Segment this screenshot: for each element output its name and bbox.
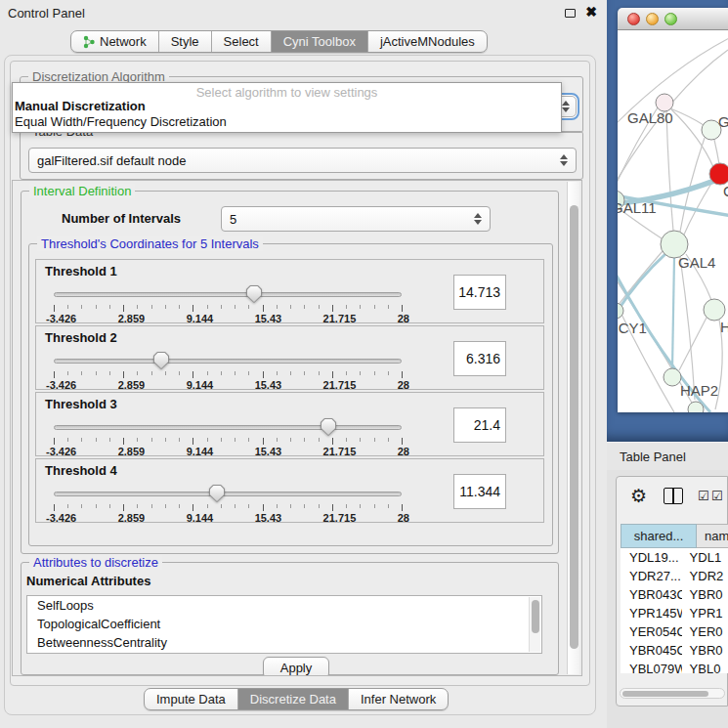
threshold-3-label: Threshold 3 xyxy=(45,397,117,411)
zoom-traffic-light-icon[interactable] xyxy=(664,13,677,25)
checkbox-icon[interactable]: ☑ xyxy=(711,489,723,503)
algorithm-hint: Select algorithm to view settings xyxy=(13,85,561,100)
tab-discretize-data[interactable]: Discretize Data xyxy=(238,689,349,709)
panel-title: Control Panel xyxy=(8,6,85,21)
node-label: C xyxy=(723,183,728,199)
table-data-combobox[interactable]: galFiltered.sif default node xyxy=(28,148,577,173)
tab-infer-network[interactable]: Infer Network xyxy=(349,689,448,709)
threshold-4-value-field[interactable]: 11.344 xyxy=(453,474,506,509)
checkbox-icon[interactable]: ☑ xyxy=(698,489,709,503)
node-label: H xyxy=(720,319,728,335)
node-red-selected[interactable] xyxy=(709,163,728,185)
stepper-icon xyxy=(560,154,569,166)
float-window-icon[interactable] xyxy=(565,9,576,18)
network-window: GAL80 GA C GAL11 GAL4 GCY1 H HAP2 xyxy=(618,8,728,412)
gear-icon[interactable]: ⚙ xyxy=(630,485,647,507)
column-header-shared-name[interactable]: shared... xyxy=(621,524,697,548)
table-row[interactable]: YBR043CYBR0 xyxy=(621,585,728,604)
threshold-1-slider[interactable]: -3.4262.8599.14415.4321.71528 xyxy=(54,283,402,322)
node-label: GAL11 xyxy=(618,199,657,216)
tab-style[interactable]: Style xyxy=(159,31,212,52)
algorithm-dropdown-popup: Select algorithm to view settings Manual… xyxy=(12,82,562,133)
table-row[interactable]: YPR145WYPR1 xyxy=(621,604,728,622)
numerical-attributes-label: Numerical Attributes xyxy=(26,574,150,588)
threshold-3-axis: -3.4262.8599.14415.4321.71528 xyxy=(46,446,409,457)
table-row[interactable]: YDL19...YDL1 xyxy=(621,548,728,567)
network-graph: GAL80 GA C GAL11 GAL4 GCY1 H HAP2 xyxy=(618,30,728,412)
threshold-3-value-field[interactable]: 21.4 xyxy=(453,407,506,443)
list-item[interactable]: BetweennessCentrality xyxy=(27,633,541,652)
table-body: YDL19...YDL1 YDR27...YDR2 YBR043CYBR0 YP… xyxy=(621,548,728,673)
list-item[interactable]: TopologicalCoefficient xyxy=(27,615,541,633)
node-label: GAL4 xyxy=(678,254,715,271)
table-horizontal-scrollbar[interactable] xyxy=(620,688,725,699)
close-traffic-light-icon[interactable] xyxy=(627,13,640,25)
table-header: shared... name xyxy=(621,524,728,548)
screen: Control Panel ✖ Network Style Select Cyn… xyxy=(0,0,728,728)
algorithm-option-manual[interactable]: Manual Discretization xyxy=(15,99,146,113)
num-intervals-combobox[interactable]: 5 xyxy=(221,206,491,232)
network-canvas[interactable]: GAL80 GA C GAL11 GAL4 GCY1 H HAP2 xyxy=(618,30,728,412)
threshold-1-label: Threshold 1 xyxy=(45,264,117,278)
tab-jactivemnodules[interactable]: jActiveMNodules xyxy=(368,31,487,52)
threshold-2-card: Threshold 2 -3.4262.8599.14415.4321.7152… xyxy=(35,325,544,390)
tab-cyni-toolbox[interactable]: Cyni Toolbox xyxy=(272,31,368,52)
stepper-icon xyxy=(562,101,571,112)
threshold-4-label: Threshold 4 xyxy=(45,463,117,478)
table-data-group: Table Data galFiltered.sif default node xyxy=(20,131,583,180)
threshold-2-value-field[interactable]: 6.316 xyxy=(453,341,506,376)
table-panel-titlebar: Table Panel xyxy=(607,442,728,470)
threshold-3-card: Threshold 3 -3.4262.8599.14415.4321.7152… xyxy=(35,392,544,456)
table-row[interactable]: YBR045CYBR0 xyxy=(621,641,728,660)
threshold-3-slider-handle[interactable] xyxy=(321,418,336,436)
node-right[interactable] xyxy=(704,299,725,321)
tab-network[interactable]: Network xyxy=(71,31,159,52)
thresholds-group-title: Threshold's Coordinates for 5 Intervals xyxy=(37,236,263,251)
top-tabbar: Network Style Select Cyni Toolbox jActiv… xyxy=(70,30,488,53)
threshold-1-slider-handle[interactable] xyxy=(246,285,262,303)
threshold-2-slider-handle[interactable] xyxy=(153,352,169,369)
algorithm-option-equal-width[interactable]: Equal Width/Frequency Discretization xyxy=(15,114,227,129)
close-icon[interactable]: ✖ xyxy=(585,4,597,20)
threshold-3-slider[interactable]: -3.4262.8599.14415.4321.71528 xyxy=(54,416,402,455)
attributes-group-title: Attributes to discretize xyxy=(29,555,162,570)
node-hap2[interactable] xyxy=(664,368,681,386)
control-panel: Control Panel ✖ Network Style Select Cyn… xyxy=(0,0,607,728)
settings-scrollbar[interactable] xyxy=(567,182,579,674)
column-header-name[interactable]: name xyxy=(697,524,728,548)
table-row[interactable]: YDR27...YDR2 xyxy=(621,567,728,585)
network-icon xyxy=(83,35,96,49)
table-row[interactable]: YBL079WYBL0 xyxy=(621,660,728,673)
node-label: GCY1 xyxy=(618,320,647,336)
threshold-2-label: Threshold 2 xyxy=(45,330,117,345)
minimize-traffic-light-icon[interactable] xyxy=(646,13,659,25)
interval-group-title: Interval Definition xyxy=(29,184,135,198)
threshold-4-card: Threshold 4 -3.4262.8599.14415.4321.7152… xyxy=(35,458,544,523)
threshold-4-slider-handle[interactable] xyxy=(209,485,225,502)
split-columns-icon[interactable] xyxy=(664,488,683,504)
tab-select[interactable]: Select xyxy=(212,31,272,52)
settings-scroll-area: Interval Definition Number of Intervals … xyxy=(12,180,582,676)
node-label: GAL80 xyxy=(627,109,673,126)
threshold-1-axis: -3.4262.8599.14415.4321.71528 xyxy=(46,313,409,324)
numerical-attributes-list[interactable]: SelfLoops TopologicalCoefficient Between… xyxy=(26,595,542,654)
list-item[interactable]: SelfLoops xyxy=(27,596,541,615)
bottom-tabbar: Impute Data Discretize Data Infer Networ… xyxy=(144,688,449,710)
apply-button[interactable]: Apply xyxy=(263,657,329,676)
control-panel-titlebar: Control Panel ✖ xyxy=(0,0,607,25)
threshold-2-axis: -3.4262.8599.14415.4321.71528 xyxy=(46,379,409,391)
list-scrollbar[interactable] xyxy=(529,597,540,652)
threshold-1-value-field[interactable]: 14.713 xyxy=(453,275,506,310)
threshold-2-slider[interactable]: -3.4262.8599.14415.4321.71528 xyxy=(54,350,402,389)
node-bottom[interactable] xyxy=(688,402,704,412)
node-label: GA xyxy=(718,113,728,130)
tab-impute-data[interactable]: Impute Data xyxy=(145,689,238,709)
threshold-4-axis: -3.4262.8599.14415.4321.71528 xyxy=(46,512,409,524)
threshold-4-slider[interactable]: -3.4262.8599.14415.4321.71528 xyxy=(54,483,402,522)
table-toolbar: ⚙ ☑ ☑ xyxy=(617,477,727,520)
table-row[interactable]: YER054CYER0 xyxy=(621,622,728,641)
threshold-1-card: Threshold 1 -3.4262.8599.14415.4321.7152… xyxy=(35,259,544,323)
table-panel: ⚙ ☑ ☑ shared... name YDL19...YDL1 YDR27.… xyxy=(616,476,728,707)
num-intervals-label: Number of Intervals xyxy=(62,211,181,226)
network-window-titlebar[interactable] xyxy=(618,8,728,30)
